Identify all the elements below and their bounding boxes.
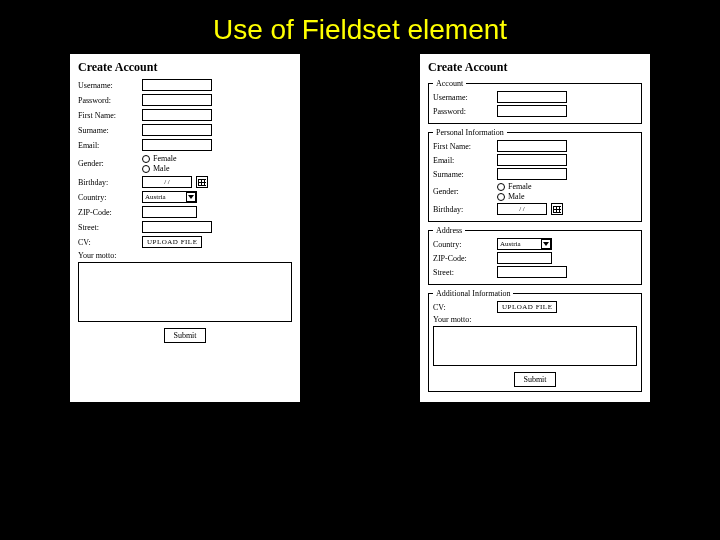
label-username-r: Username:	[433, 93, 493, 102]
label-surname: Surname:	[78, 126, 138, 135]
country-value: Austria	[145, 193, 166, 201]
motto-textarea[interactable]	[78, 262, 292, 322]
legend-additional: Additional Information	[433, 289, 513, 298]
label-surname-r: Surname:	[433, 170, 493, 179]
birthday-input-r[interactable]: / /	[497, 203, 547, 215]
left-form-title: Create Account	[78, 60, 292, 75]
username-input[interactable]	[142, 79, 212, 91]
radio-male-r[interactable]	[497, 193, 505, 201]
label-firstname: First Name:	[78, 111, 138, 120]
radio-male[interactable]	[142, 165, 150, 173]
forms-container: Create Account Username: Password: First…	[0, 54, 720, 402]
zip-input[interactable]	[142, 206, 197, 218]
label-password: Password:	[78, 96, 138, 105]
label-zip: ZIP-Code:	[78, 208, 138, 217]
label-female: Female	[153, 154, 177, 163]
username-input-r[interactable]	[497, 91, 567, 103]
password-input[interactable]	[142, 94, 212, 106]
label-motto: Your motto:	[78, 251, 292, 260]
chevron-down-icon-r	[541, 239, 551, 249]
gender-group-r: Female Male	[497, 182, 532, 201]
surname-input[interactable]	[142, 124, 212, 136]
label-email: Email:	[78, 141, 138, 150]
motto-textarea-r[interactable]	[433, 326, 637, 366]
legend-personal: Personal Information	[433, 128, 507, 137]
calendar-icon[interactable]	[196, 176, 208, 188]
label-female-r: Female	[508, 182, 532, 191]
firstname-input-r[interactable]	[497, 140, 567, 152]
label-country: Country:	[78, 193, 138, 202]
label-street-r: Street:	[433, 268, 493, 277]
label-male-r: Male	[508, 192, 524, 201]
fieldset-address: Address Country: Austria ZIP-Code: Stree…	[428, 226, 642, 285]
fieldset-additional: Additional Information CV:UPLOAD FILE Yo…	[428, 289, 642, 392]
upload-button[interactable]: UPLOAD FILE	[142, 236, 202, 248]
label-firstname-r: First Name:	[433, 142, 493, 151]
legend-address: Address	[433, 226, 465, 235]
upload-button-r[interactable]: UPLOAD FILE	[497, 301, 557, 313]
zip-input-r[interactable]	[497, 252, 552, 264]
fieldset-personal: Personal Information First Name: Email: …	[428, 128, 642, 222]
password-input-r[interactable]	[497, 105, 567, 117]
submit-button[interactable]: Submit	[164, 328, 205, 343]
chevron-down-icon	[186, 192, 196, 202]
label-email-r: Email:	[433, 156, 493, 165]
street-input-r[interactable]	[497, 266, 567, 278]
radio-female[interactable]	[142, 155, 150, 163]
country-value-r: Austria	[500, 240, 521, 248]
left-form-panel: Create Account Username: Password: First…	[70, 54, 300, 402]
birthday-input[interactable]: / /	[142, 176, 192, 188]
fieldset-account: Account Username: Password:	[428, 79, 642, 124]
calendar-icon-r[interactable]	[551, 203, 563, 215]
label-country-r: Country:	[433, 240, 493, 249]
slide-title: Use of Fieldset element	[0, 0, 720, 54]
label-cv-r: CV:	[433, 303, 493, 312]
label-password-r: Password:	[433, 107, 493, 116]
right-form-panel: Create Account Account Username: Passwor…	[420, 54, 650, 402]
label-birthday-r: Birthday:	[433, 205, 493, 214]
label-zip-r: ZIP-Code:	[433, 254, 493, 263]
street-input[interactable]	[142, 221, 212, 233]
label-male: Male	[153, 164, 169, 173]
firstname-input[interactable]	[142, 109, 212, 121]
country-select-r[interactable]: Austria	[497, 238, 552, 250]
label-motto-r: Your motto:	[433, 315, 637, 324]
label-username: Username:	[78, 81, 138, 90]
label-cv: CV:	[78, 238, 138, 247]
surname-input-r[interactable]	[497, 168, 567, 180]
gender-group: Female Male	[142, 154, 177, 173]
email-input-r[interactable]	[497, 154, 567, 166]
label-birthday: Birthday:	[78, 178, 138, 187]
label-street: Street:	[78, 223, 138, 232]
label-gender: Gender:	[78, 159, 138, 168]
legend-account: Account	[433, 79, 466, 88]
right-form-title: Create Account	[428, 60, 642, 75]
radio-female-r[interactable]	[497, 183, 505, 191]
email-input[interactable]	[142, 139, 212, 151]
country-select[interactable]: Austria	[142, 191, 197, 203]
label-gender-r: Gender:	[433, 187, 493, 196]
submit-button-r[interactable]: Submit	[514, 372, 555, 387]
